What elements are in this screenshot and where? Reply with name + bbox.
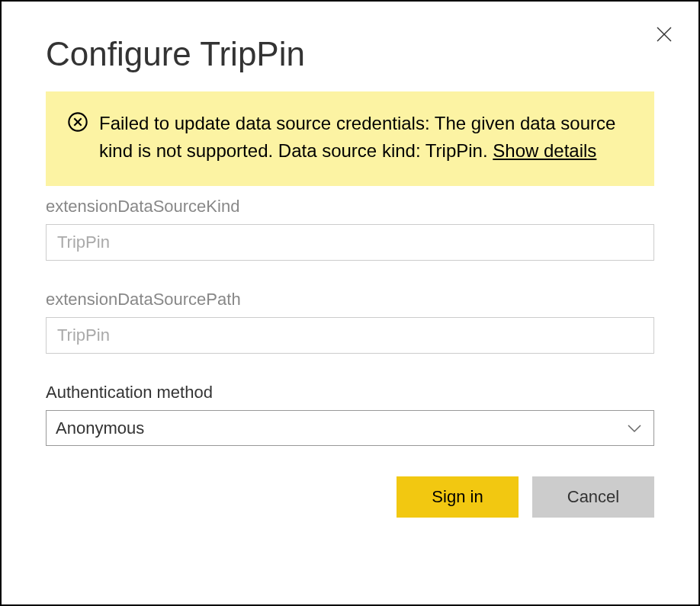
error-icon xyxy=(67,111,88,133)
field-kind-input[interactable] xyxy=(46,224,654,261)
field-path-label: extensionDataSourcePath xyxy=(46,290,654,309)
show-details-link[interactable]: Show details xyxy=(493,140,596,161)
field-kind-label: extensionDataSourceKind xyxy=(46,197,654,216)
field-path: extensionDataSourcePath xyxy=(46,279,654,354)
error-message: Failed to update data source credentials… xyxy=(99,110,633,165)
configure-dialog: Configure TripPin Failed to update data … xyxy=(0,0,700,606)
field-kind: extensionDataSourceKind xyxy=(46,186,654,261)
field-path-input[interactable] xyxy=(46,317,654,354)
close-icon xyxy=(655,25,673,43)
close-button[interactable] xyxy=(653,23,676,46)
button-row: Sign in Cancel xyxy=(46,476,654,518)
error-banner: Failed to update data source credentials… xyxy=(46,91,654,186)
auth-method-select[interactable]: Anonymous xyxy=(46,410,654,446)
sign-in-button[interactable]: Sign in xyxy=(397,476,519,518)
dialog-title: Configure TripPin xyxy=(2,2,698,91)
field-auth: Authentication method Anonymous xyxy=(46,372,654,446)
cancel-button[interactable]: Cancel xyxy=(532,476,654,518)
field-auth-label: Authentication method xyxy=(46,383,654,402)
